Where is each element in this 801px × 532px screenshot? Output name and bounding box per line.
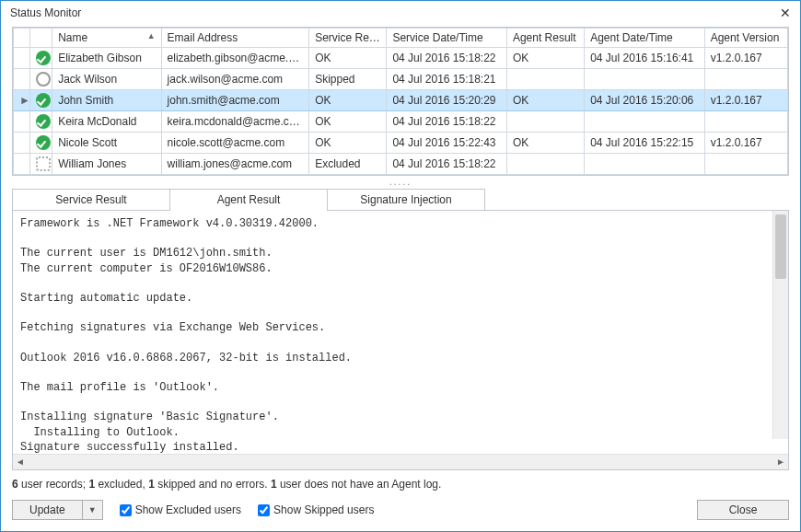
tabstrip: Service Result Agent Result Signature In…: [12, 189, 789, 211]
cell-agent-result: [506, 69, 584, 90]
col-indicator[interactable]: [14, 29, 30, 48]
show-skipped-checkbox[interactable]: Show Skipped users: [258, 503, 374, 516]
row-indicator: [14, 154, 30, 175]
col-agent-result[interactable]: Agent Result: [506, 29, 584, 48]
col-status-icon[interactable]: [30, 29, 52, 48]
update-button-label: Update: [13, 501, 83, 519]
cell-name: John Smith: [52, 90, 161, 111]
cell-agent-version: v1.2.0.167: [704, 133, 787, 154]
status-skip-icon: [36, 72, 51, 87]
col-name[interactable]: Name▲: [52, 29, 161, 48]
cell-agent-datetime: [585, 111, 704, 133]
horizontal-scrollbar[interactable]: ◄ ►: [13, 454, 788, 469]
status-ok-icon: [36, 114, 51, 129]
row-indicator: [14, 111, 30, 133]
status-excl-icon: [36, 156, 51, 171]
show-skipped-input[interactable]: [258, 504, 270, 516]
footer-bar: Update ▼ Show Excluded users Show Skippe…: [12, 496, 789, 522]
cell-agent-datetime: 04 Jul 2016 15:22:15: [585, 133, 704, 154]
cell-agent-datetime: 04 Jul 2016 15:20:06: [585, 90, 704, 111]
row-indicator: [14, 48, 30, 69]
cell-name: Jack Wilson: [52, 69, 161, 90]
col-service-datetime[interactable]: Service Date/Time: [387, 29, 506, 48]
window-title: Status Monitor: [10, 6, 81, 19]
cell-name: William Jones: [52, 154, 161, 175]
cell-service-result: OK: [309, 48, 387, 69]
summary-no-agent-count: 1: [271, 478, 277, 491]
tab-service-result[interactable]: Service Result: [12, 189, 170, 211]
vertical-scroll-thumb[interactable]: [775, 214, 786, 279]
cell-service-result: OK: [309, 133, 387, 154]
summary-records-count: 6: [12, 478, 18, 491]
splitter-handle[interactable]: .....: [12, 176, 789, 188]
cell-service-datetime: 04 Jul 2016 15:18:21: [387, 69, 506, 90]
col-agent-version[interactable]: Agent Version: [704, 29, 787, 48]
summary-skipped-count: 1: [148, 478, 155, 491]
status-ok-icon: [36, 93, 51, 108]
tab-signature-injection[interactable]: Signature Injection: [327, 189, 485, 211]
cell-service-datetime: 04 Jul 2016 15:20:29: [387, 90, 506, 111]
cell-agent-result: OK: [506, 90, 584, 111]
cell-email: elizabeth.gibson@acme.com: [161, 48, 309, 69]
cell-agent-version: [704, 111, 787, 133]
grid-header-row: Name▲ Email Address Service Result Servi…: [14, 29, 788, 48]
cell-agent-result: OK: [506, 133, 584, 154]
show-excluded-input[interactable]: [120, 504, 132, 516]
col-service-result[interactable]: Service Result: [309, 29, 387, 48]
row-status-icon: [30, 69, 52, 90]
cell-email: william.jones@acme.com: [161, 154, 309, 175]
cell-service-result: OK: [309, 90, 387, 111]
cell-agent-version: v1.2.0.167: [704, 48, 787, 69]
summary-line: 6 user records; 1 excluded, 1 skipped an…: [12, 470, 789, 496]
col-agent-datetime[interactable]: Agent Date/Time: [585, 29, 704, 48]
row-indicator: [14, 133, 30, 154]
row-status-icon: [30, 48, 52, 69]
row-indicator: ►: [14, 90, 30, 111]
table-row[interactable]: Nicole Scottnicole.scott@acme.comOK04 Ju…: [14, 133, 788, 154]
table-row[interactable]: Jack Wilsonjack.wilson@acme.comSkipped04…: [14, 69, 788, 90]
show-excluded-label: Show Excluded users: [135, 503, 241, 516]
table-row[interactable]: ►John Smithjohn.smith@acme.comOK04 Jul 2…: [14, 90, 788, 111]
table-row[interactable]: Keira McDonaldkeira.mcdonald@acme.comOK0…: [14, 111, 788, 133]
close-button[interactable]: Close: [697, 500, 789, 520]
chevron-down-icon[interactable]: ▼: [83, 503, 102, 517]
update-button[interactable]: Update ▼: [12, 500, 103, 520]
cell-service-datetime: 04 Jul 2016 15:18:22: [387, 48, 506, 69]
cell-agent-result: OK: [506, 48, 584, 69]
log-viewport[interactable]: Framework is .NET Framework v4.0.30319.4…: [13, 211, 788, 454]
cell-agent-datetime: 04 Jul 2016 15:16:41: [585, 48, 704, 69]
row-indicator: [14, 69, 30, 90]
close-icon[interactable]: ✕: [778, 6, 793, 19]
cell-email: keira.mcdonald@acme.com: [161, 111, 309, 133]
row-status-icon: [30, 154, 52, 175]
row-status-icon: [30, 111, 52, 133]
row-status-icon: [30, 133, 52, 154]
table-row[interactable]: William Joneswilliam.jones@acme.comExclu…: [14, 154, 788, 175]
cell-email: jack.wilson@acme.com: [161, 69, 309, 90]
users-grid: Name▲ Email Address Service Result Servi…: [12, 27, 789, 176]
titlebar: Status Monitor ✕: [1, 1, 800, 23]
cell-agent-result: [506, 111, 584, 133]
col-email[interactable]: Email Address: [161, 29, 309, 48]
status-ok-icon: [36, 51, 51, 65]
cell-agent-datetime: [585, 69, 704, 90]
cell-name: Elizabeth Gibson: [52, 48, 161, 69]
log-text: Framework is .NET Framework v4.0.30319.4…: [13, 211, 788, 454]
show-skipped-label: Show Skipped users: [273, 503, 374, 516]
cell-email: john.smith@acme.com: [161, 90, 309, 111]
tab-agent-result[interactable]: Agent Result: [169, 189, 328, 211]
show-excluded-checkbox[interactable]: Show Excluded users: [120, 503, 241, 516]
table-row[interactable]: Elizabeth Gibsonelizabeth.gibson@acme.co…: [14, 48, 788, 69]
scroll-left-icon[interactable]: ◄: [13, 455, 28, 469]
cell-service-datetime: 04 Jul 2016 15:18:22: [387, 154, 506, 175]
cell-agent-result: [506, 154, 584, 175]
status-ok-icon: [36, 135, 51, 150]
vertical-scrollbar[interactable]: [772, 211, 788, 439]
cell-name: Keira McDonald: [52, 111, 161, 133]
cell-agent-version: v1.2.0.167: [704, 90, 787, 111]
cell-agent-version: [704, 154, 787, 175]
cell-email: nicole.scott@acme.com: [161, 133, 309, 154]
cell-service-datetime: 04 Jul 2016 15:22:43: [387, 133, 506, 154]
scroll-right-icon[interactable]: ►: [773, 455, 788, 469]
cell-name: Nicole Scott: [52, 133, 161, 154]
